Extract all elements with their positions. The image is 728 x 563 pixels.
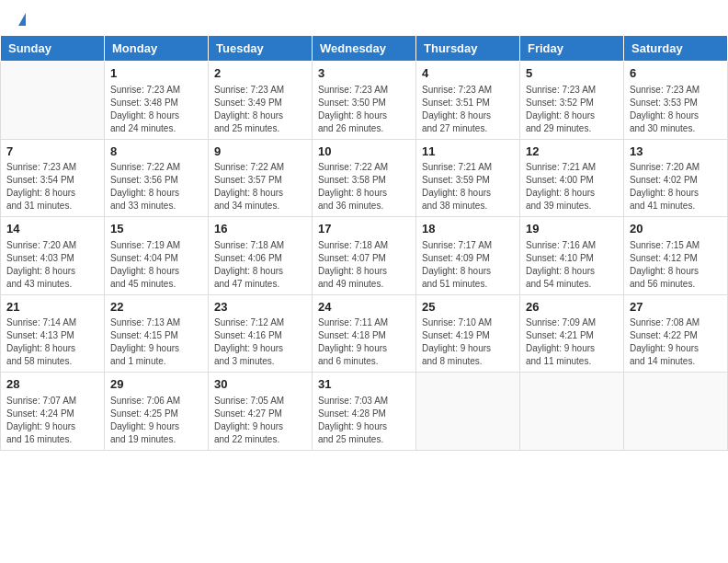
day-number: 6 — [630, 65, 722, 82]
calendar-week-row: 1Sunrise: 7:23 AM Sunset: 3:48 PM Daylig… — [1, 62, 728, 140]
calendar-header-tuesday: Tuesday — [209, 36, 313, 62]
calendar-header-row: SundayMondayTuesdayWednesdayThursdayFrid… — [1, 36, 728, 62]
day-number: 25 — [422, 299, 514, 316]
day-number: 1 — [110, 65, 202, 82]
calendar-cell: 22Sunrise: 7:13 AM Sunset: 4:15 PM Dayli… — [105, 294, 209, 373]
day-info: Sunrise: 7:23 AM Sunset: 3:53 PM Dayligh… — [630, 84, 722, 135]
calendar-week-row: 28Sunrise: 7:07 AM Sunset: 4:24 PM Dayli… — [1, 373, 728, 451]
calendar-cell: 7Sunrise: 7:23 AM Sunset: 3:54 PM Daylig… — [1, 139, 105, 217]
day-number: 21 — [6, 299, 98, 316]
day-info: Sunrise: 7:08 AM Sunset: 4:22 PM Dayligh… — [630, 316, 722, 368]
day-number: 15 — [110, 221, 202, 237]
calendar-cell: 6Sunrise: 7:23 AM Sunset: 3:53 PM Daylig… — [624, 62, 728, 140]
calendar-cell: 8Sunrise: 7:22 AM Sunset: 3:56 PM Daylig… — [105, 139, 209, 217]
day-info: Sunrise: 7:21 AM Sunset: 4:00 PM Dayligh… — [526, 161, 618, 213]
day-number: 28 — [6, 376, 98, 393]
day-info: Sunrise: 7:06 AM Sunset: 4:25 PM Dayligh… — [110, 395, 202, 446]
day-info: Sunrise: 7:23 AM Sunset: 3:48 PM Dayligh… — [110, 84, 202, 135]
calendar-cell: 13Sunrise: 7:20 AM Sunset: 4:02 PM Dayli… — [624, 139, 728, 217]
day-info: Sunrise: 7:14 AM Sunset: 4:13 PM Dayligh… — [6, 316, 98, 368]
calendar-header-thursday: Thursday — [416, 36, 520, 62]
calendar-cell — [520, 373, 624, 451]
day-info: Sunrise: 7:11 AM Sunset: 4:18 PM Dayligh… — [318, 316, 410, 368]
calendar-cell: 3Sunrise: 7:23 AM Sunset: 3:50 PM Daylig… — [313, 62, 416, 140]
day-number: 2 — [214, 65, 306, 82]
calendar-cell: 1Sunrise: 7:23 AM Sunset: 3:48 PM Daylig… — [105, 62, 209, 140]
calendar-cell: 27Sunrise: 7:08 AM Sunset: 4:22 PM Dayli… — [624, 294, 728, 373]
calendar-header-wednesday: Wednesday — [313, 36, 416, 62]
day-info: Sunrise: 7:23 AM Sunset: 3:52 PM Dayligh… — [526, 84, 618, 135]
calendar-week-row: 14Sunrise: 7:20 AM Sunset: 4:03 PM Dayli… — [1, 217, 728, 295]
day-info: Sunrise: 7:17 AM Sunset: 4:09 PM Dayligh… — [422, 239, 514, 291]
day-info: Sunrise: 7:10 AM Sunset: 4:19 PM Dayligh… — [422, 316, 514, 368]
calendar-cell: 23Sunrise: 7:12 AM Sunset: 4:16 PM Dayli… — [209, 294, 313, 373]
day-number: 3 — [318, 65, 410, 82]
day-number: 7 — [6, 144, 98, 160]
day-info: Sunrise: 7:18 AM Sunset: 4:07 PM Dayligh… — [318, 239, 410, 291]
header — [0, 0, 728, 31]
calendar-cell: 10Sunrise: 7:22 AM Sunset: 3:58 PM Dayli… — [313, 139, 416, 217]
day-number: 31 — [318, 376, 410, 393]
calendar-cell: 31Sunrise: 7:03 AM Sunset: 4:28 PM Dayli… — [313, 373, 416, 451]
calendar-cell: 4Sunrise: 7:23 AM Sunset: 3:51 PM Daylig… — [416, 62, 520, 140]
calendar-cell: 9Sunrise: 7:22 AM Sunset: 3:57 PM Daylig… — [209, 139, 313, 217]
day-number: 11 — [422, 144, 514, 160]
calendar-cell: 18Sunrise: 7:17 AM Sunset: 4:09 PM Dayli… — [416, 217, 520, 295]
calendar-cell — [1, 62, 105, 140]
day-number: 22 — [110, 299, 202, 316]
calendar-cell: 29Sunrise: 7:06 AM Sunset: 4:25 PM Dayli… — [105, 373, 209, 451]
day-info: Sunrise: 7:15 AM Sunset: 4:12 PM Dayligh… — [630, 239, 722, 291]
calendar-cell: 28Sunrise: 7:07 AM Sunset: 4:24 PM Dayli… — [1, 373, 105, 451]
calendar-cell: 12Sunrise: 7:21 AM Sunset: 4:00 PM Dayli… — [520, 139, 624, 217]
page: SundayMondayTuesdayWednesdayThursdayFrid… — [0, 0, 728, 563]
calendar-cell: 21Sunrise: 7:14 AM Sunset: 4:13 PM Dayli… — [1, 294, 105, 373]
day-number: 24 — [318, 299, 410, 316]
day-info: Sunrise: 7:23 AM Sunset: 3:50 PM Dayligh… — [318, 84, 410, 135]
day-number: 16 — [214, 221, 306, 237]
day-number: 12 — [526, 144, 618, 160]
calendar-cell: 26Sunrise: 7:09 AM Sunset: 4:21 PM Dayli… — [520, 294, 624, 373]
day-info: Sunrise: 7:09 AM Sunset: 4:21 PM Dayligh… — [526, 316, 618, 368]
day-info: Sunrise: 7:18 AM Sunset: 4:06 PM Dayligh… — [214, 239, 306, 291]
day-info: Sunrise: 7:22 AM Sunset: 3:58 PM Dayligh… — [318, 161, 410, 213]
calendar-header-sunday: Sunday — [1, 36, 105, 62]
day-number: 13 — [630, 144, 722, 160]
calendar-cell: 17Sunrise: 7:18 AM Sunset: 4:07 PM Dayli… — [313, 217, 416, 295]
calendar-cell — [416, 373, 520, 451]
day-info: Sunrise: 7:20 AM Sunset: 4:03 PM Dayligh… — [6, 239, 98, 291]
day-info: Sunrise: 7:16 AM Sunset: 4:10 PM Dayligh… — [526, 239, 618, 291]
day-info: Sunrise: 7:20 AM Sunset: 4:02 PM Dayligh… — [630, 161, 722, 213]
day-info: Sunrise: 7:23 AM Sunset: 3:49 PM Dayligh… — [214, 84, 306, 135]
logo — [17, 13, 26, 26]
day-number: 9 — [214, 144, 306, 160]
day-info: Sunrise: 7:21 AM Sunset: 3:59 PM Dayligh… — [422, 161, 514, 213]
calendar-cell: 25Sunrise: 7:10 AM Sunset: 4:19 PM Dayli… — [416, 294, 520, 373]
day-number: 17 — [318, 221, 410, 237]
day-number: 30 — [214, 376, 306, 393]
day-number: 26 — [526, 299, 618, 316]
day-number: 10 — [318, 144, 410, 160]
day-number: 8 — [110, 144, 202, 160]
calendar-cell: 30Sunrise: 7:05 AM Sunset: 4:27 PM Dayli… — [209, 373, 313, 451]
calendar-cell: 20Sunrise: 7:15 AM Sunset: 4:12 PM Dayli… — [624, 217, 728, 295]
calendar-cell: 14Sunrise: 7:20 AM Sunset: 4:03 PM Dayli… — [1, 217, 105, 295]
day-number: 19 — [526, 221, 618, 237]
calendar-cell: 5Sunrise: 7:23 AM Sunset: 3:52 PM Daylig… — [520, 62, 624, 140]
day-info: Sunrise: 7:22 AM Sunset: 3:56 PM Dayligh… — [110, 161, 202, 213]
calendar-cell: 2Sunrise: 7:23 AM Sunset: 3:49 PM Daylig… — [209, 62, 313, 140]
calendar-header-friday: Friday — [520, 36, 624, 62]
calendar-cell: 19Sunrise: 7:16 AM Sunset: 4:10 PM Dayli… — [520, 217, 624, 295]
calendar-header-monday: Monday — [105, 36, 209, 62]
calendar-table: SundayMondayTuesdayWednesdayThursdayFrid… — [0, 35, 728, 451]
calendar-week-row: 7Sunrise: 7:23 AM Sunset: 3:54 PM Daylig… — [1, 139, 728, 217]
day-number: 20 — [630, 221, 722, 237]
day-info: Sunrise: 7:05 AM Sunset: 4:27 PM Dayligh… — [214, 395, 306, 446]
calendar-cell: 15Sunrise: 7:19 AM Sunset: 4:04 PM Dayli… — [105, 217, 209, 295]
day-number: 4 — [422, 65, 514, 82]
day-info: Sunrise: 7:23 AM Sunset: 3:51 PM Dayligh… — [422, 84, 514, 135]
calendar-cell: 11Sunrise: 7:21 AM Sunset: 3:59 PM Dayli… — [416, 139, 520, 217]
day-number: 18 — [422, 221, 514, 237]
day-number: 5 — [526, 65, 618, 82]
day-number: 29 — [110, 376, 202, 393]
day-info: Sunrise: 7:23 AM Sunset: 3:54 PM Dayligh… — [6, 161, 98, 213]
